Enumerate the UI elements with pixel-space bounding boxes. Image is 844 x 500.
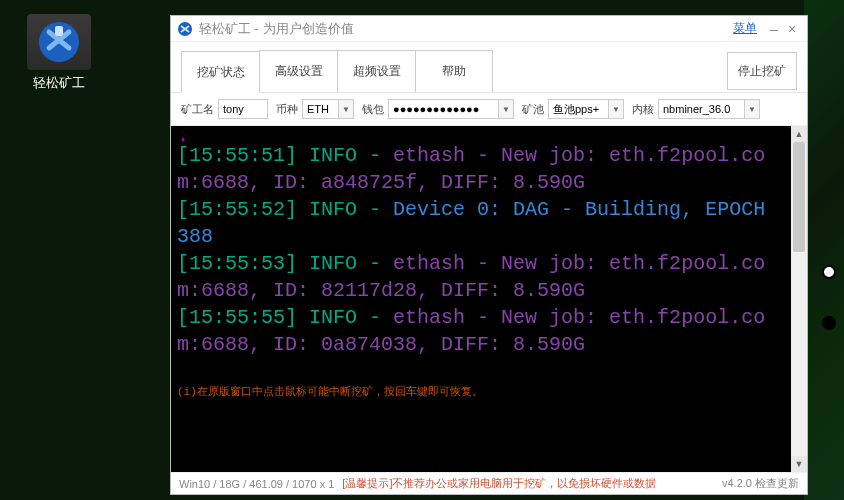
- status-bar: Win10 / 18G / 461.09 / 1070 x 1 [温馨提示]不推…: [171, 472, 807, 494]
- kernel-label: 内核: [632, 102, 654, 117]
- app-window: 轻松矿工 - 为用户创造价值 菜单 – × 挖矿状态 高级设置 超频设置 帮助 …: [170, 15, 808, 495]
- system-info: Win10 / 18G / 461.09 / 1070 x 1: [179, 478, 334, 490]
- app-icon: [27, 14, 91, 70]
- miner-name-input[interactable]: [218, 99, 268, 119]
- bg-decor-circle: [822, 316, 836, 330]
- tab-overclock-settings[interactable]: 超频设置: [337, 50, 415, 92]
- config-row: 矿工名 币种 ▼ 钱包 ▼ 矿池 ▼ 内核 ▼: [171, 93, 807, 126]
- desktop-shortcut[interactable]: 轻松矿工: [14, 14, 104, 92]
- terminal-line: [15:55:55] INFO - ethash - New job: eth.…: [177, 304, 785, 358]
- coin-label: 币种: [276, 102, 298, 117]
- tab-help[interactable]: 帮助: [415, 50, 493, 92]
- pool-label: 矿池: [522, 102, 544, 117]
- kernel-select[interactable]: [658, 99, 744, 119]
- svg-rect-1: [55, 26, 63, 36]
- tab-mining-status[interactable]: 挖矿状态: [181, 51, 259, 93]
- miner-name-label: 矿工名: [181, 102, 214, 117]
- terminal-line: [15:55:52] INFO - Device 0: DAG - Buildi…: [177, 196, 785, 250]
- tab-advanced-settings[interactable]: 高级设置: [259, 50, 337, 92]
- scroll-down-icon[interactable]: ▼: [791, 456, 807, 472]
- scrollbar[interactable]: ▲ ▼: [791, 126, 807, 472]
- terminal-line: [15:55:53] INFO - ethash - New job: eth.…: [177, 250, 785, 304]
- tab-bar: 挖矿状态 高级设置 超频设置 帮助 停止挖矿: [171, 42, 807, 93]
- desktop-shortcut-label: 轻松矿工: [14, 74, 104, 92]
- chevron-down-icon[interactable]: ▼: [608, 99, 624, 119]
- chevron-down-icon[interactable]: ▼: [498, 99, 514, 119]
- minimize-button[interactable]: –: [765, 21, 783, 37]
- version-check-update[interactable]: v4.2.0 检查更新: [722, 476, 799, 491]
- terminal-footer-warn: (i)在原版窗口中点击鼠标可能中断挖矿，按回车键即可恢复。: [177, 385, 785, 400]
- titlebar: 轻松矿工 - 为用户创造价值 菜单 – ×: [171, 16, 807, 42]
- app-logo-icon: [177, 21, 193, 37]
- coin-select[interactable]: [302, 99, 338, 119]
- terminal-line: [15:55:51] INFO - ethash - New job: eth.…: [177, 142, 785, 196]
- window-title: 轻松矿工 - 为用户创造价值: [199, 20, 733, 38]
- scroll-thumb[interactable]: [793, 142, 805, 252]
- menu-link[interactable]: 菜单: [733, 20, 757, 37]
- terminal-output: . [15:55:51] INFO - ethash - New job: et…: [171, 126, 791, 472]
- bg-decor-circle: [822, 265, 836, 279]
- stop-mining-button[interactable]: 停止挖矿: [727, 52, 797, 90]
- chevron-down-icon[interactable]: ▼: [744, 99, 760, 119]
- pool-select[interactable]: [548, 99, 608, 119]
- wallet-label: 钱包: [362, 102, 384, 117]
- wallet-select[interactable]: [388, 99, 498, 119]
- scroll-up-icon[interactable]: ▲: [791, 126, 807, 142]
- chevron-down-icon[interactable]: ▼: [338, 99, 354, 119]
- status-tip: [温馨提示]不推荐办公或家用电脑用于挖矿，以免损坏硬件或数据: [342, 476, 656, 491]
- close-button[interactable]: ×: [783, 21, 801, 37]
